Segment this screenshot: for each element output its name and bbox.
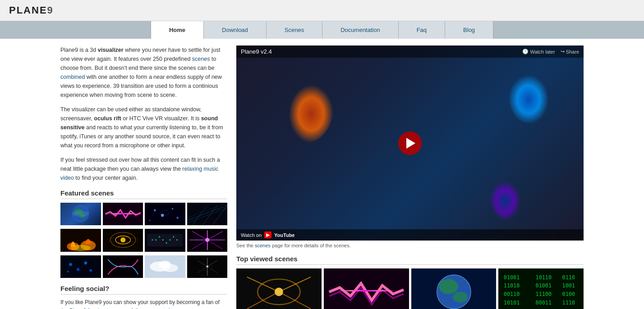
scenes-link[interactable]: scenes <box>192 56 210 62</box>
video-title: Plane9 v2.4 <box>241 48 272 55</box>
svg-text:11010: 11010 <box>504 283 520 289</box>
svg-point-25 <box>120 237 125 242</box>
scene-grid[interactable] <box>187 203 228 225</box>
svg-point-84 <box>439 279 458 294</box>
watch-later-label: Watch later <box>530 49 555 55</box>
svg-rect-5 <box>145 203 185 225</box>
svg-text:0110: 0110 <box>562 274 575 281</box>
main-content: Plane9 is a 3d visualizer where you neve… <box>51 39 593 309</box>
watch-on-text: Watch on <box>241 232 262 238</box>
svg-point-35 <box>173 236 174 238</box>
svg-point-7 <box>161 214 164 217</box>
relaxing-video-link[interactable]: relaxing music video <box>60 166 218 181</box>
featured-scenes-row3 <box>60 255 227 278</box>
scene-space[interactable] <box>145 203 185 225</box>
scene-dna-img <box>103 255 143 278</box>
logo-suffix: 9 <box>47 5 54 16</box>
svg-text:10110: 10110 <box>536 274 552 281</box>
video-caption: See the scenes page for more details of … <box>236 243 584 248</box>
scene-earth[interactable] <box>60 203 101 225</box>
scene-fire-img <box>60 229 101 251</box>
clock-icon: 🕐 <box>522 49 529 55</box>
nav-faq[interactable]: Faq <box>399 21 445 39</box>
scene-pink-wave-img <box>103 203 143 225</box>
nav-blog[interactable]: Blog <box>445 21 493 39</box>
combined-link[interactable]: combined <box>60 74 85 80</box>
watch-later-btn[interactable]: 🕐 Watch later <box>522 49 555 55</box>
svg-text:00011: 00011 <box>536 300 552 306</box>
video-container[interactable]: Plane9 v2.4 🕐 Watch later ↪ Share <box>236 45 584 241</box>
scene-clouds-img <box>145 255 185 278</box>
top-viewed-title: Top viewed scenes <box>236 255 584 265</box>
scene-dark-burst-img <box>187 255 228 278</box>
featured-scenes-title: Featured scenes <box>60 189 227 199</box>
video-bg: Plane9 v2.4 🕐 Watch later ↪ Share <box>236 45 584 241</box>
scene-burst[interactable] <box>187 229 228 251</box>
svg-text:01001: 01001 <box>536 283 552 289</box>
svg-rect-4 <box>103 203 143 225</box>
scene-clouds[interactable] <box>145 255 185 278</box>
video-blob-purple <box>489 181 521 221</box>
top-scene-4-img: 01001 11010 00110 10101 01110 10110 0100… <box>498 268 584 309</box>
scene-blue-dots[interactable] <box>60 255 101 278</box>
scene-led-display[interactable]: Led Display Curved by Jason Dahl <box>145 229 185 251</box>
logo: PLANE9 <box>9 5 635 16</box>
svg-point-52 <box>89 269 92 272</box>
scene-pink-wave[interactable] <box>103 203 143 225</box>
svg-point-80 <box>275 288 283 296</box>
svg-point-46 <box>205 238 209 242</box>
svg-point-34 <box>169 239 170 241</box>
top-scene-2[interactable] <box>324 268 409 309</box>
main-nav: Home Download Scenes Documentation Faq B… <box>0 21 644 39</box>
top-scene-3-img <box>411 268 497 309</box>
scene-gold[interactable] <box>103 229 143 251</box>
scene-space-img <box>145 203 185 225</box>
scene-gold-img <box>103 229 143 251</box>
svg-point-36 <box>176 239 178 241</box>
scene-fire[interactable] <box>60 229 101 251</box>
nav-documentation[interactable]: Documentation <box>322 21 398 39</box>
svg-point-33 <box>166 242 167 244</box>
nav-scenes[interactable]: Scenes <box>267 21 322 39</box>
scene-grid-img <box>187 203 228 225</box>
top-scene-1[interactable] <box>236 268 322 309</box>
top-scene-4[interactable]: 01001 11010 00110 10101 01110 10110 0100… <box>498 268 584 309</box>
svg-point-9 <box>176 217 178 218</box>
play-button[interactable] <box>398 132 422 155</box>
svg-point-64 <box>159 261 171 268</box>
svg-text:11100: 11100 <box>536 291 552 297</box>
share-label: Share <box>566 49 579 55</box>
nav-home[interactable]: Home <box>151 21 204 39</box>
video-blob-blue <box>508 75 549 124</box>
scene-blue-dots-img <box>60 255 101 278</box>
svg-text:0100: 0100 <box>562 291 575 297</box>
scenes-caption-link[interactable]: scenes <box>255 243 271 248</box>
top-scene-1-img <box>236 268 322 309</box>
left-column: Plane9 is a 3d visualizer where you neve… <box>60 45 227 309</box>
video-blob-red <box>289 85 334 143</box>
social-text: If you like Plane9 you can show your sup… <box>60 298 227 309</box>
scene-dark-burst[interactable] <box>187 255 228 278</box>
svg-rect-11 <box>187 203 228 225</box>
header: PLANE9 <box>0 0 644 21</box>
intro-p3: If you feel stressed out over how all th… <box>60 155 227 182</box>
social-title: Feeling social? <box>60 285 227 295</box>
nav-download[interactable]: Download <box>204 21 267 39</box>
intro-p2: The visualizer can be used either as sta… <box>60 105 227 150</box>
intro-p1: Plane9 is a 3d visualizer where you neve… <box>60 45 227 100</box>
svg-point-8 <box>172 208 173 209</box>
svg-point-30 <box>155 239 156 241</box>
featured-scenes-row1 <box>60 203 227 225</box>
svg-text:00110: 00110 <box>504 291 520 297</box>
top-scene-3[interactable] <box>411 268 497 309</box>
svg-text:10101: 10101 <box>504 300 520 306</box>
featured-scenes-row2: Led Display Curved by Jason Dahl <box>60 229 227 251</box>
scene-earth-img <box>60 203 101 225</box>
svg-text:01001: 01001 <box>504 274 520 281</box>
share-btn[interactable]: ↪ Share <box>561 49 579 55</box>
svg-rect-47 <box>60 255 101 278</box>
svg-point-3 <box>73 211 89 217</box>
scene-dna[interactable] <box>103 255 143 278</box>
svg-text:1110: 1110 <box>562 300 575 306</box>
share-icon: ↪ <box>561 49 565 55</box>
